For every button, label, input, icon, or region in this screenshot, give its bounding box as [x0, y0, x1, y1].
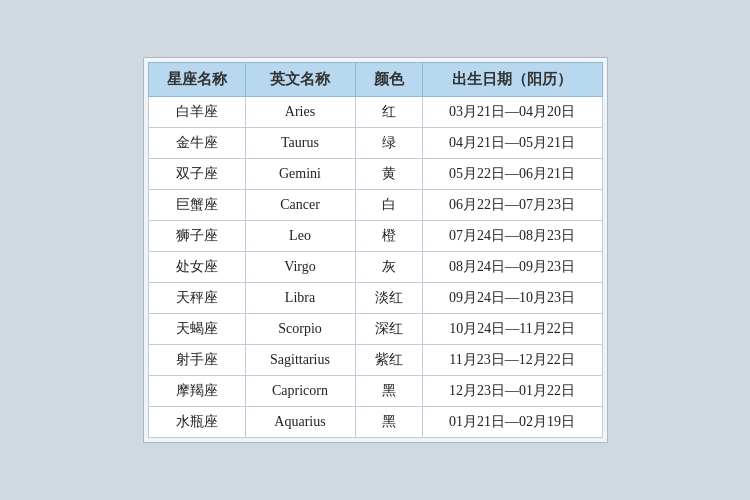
cell-zh-name: 摩羯座	[148, 376, 245, 407]
table-row: 天蝎座Scorpio深红10月24日—11月22日	[148, 314, 602, 345]
cell-date-range: 07月24日—08月23日	[422, 221, 602, 252]
cell-date-range: 01月21日—02月19日	[422, 407, 602, 438]
cell-date-range: 11月23日—12月22日	[422, 345, 602, 376]
cell-color: 灰	[355, 252, 422, 283]
table-row: 金牛座Taurus绿04月21日—05月21日	[148, 128, 602, 159]
table-row: 巨蟹座Cancer白06月22日—07月23日	[148, 190, 602, 221]
cell-color: 白	[355, 190, 422, 221]
header-color: 颜色	[355, 63, 422, 97]
cell-color: 黑	[355, 376, 422, 407]
table-row: 处女座Virgo灰08月24日—09月23日	[148, 252, 602, 283]
cell-zh-name: 狮子座	[148, 221, 245, 252]
cell-color: 深红	[355, 314, 422, 345]
table-row: 射手座Sagittarius紫红11月23日—12月22日	[148, 345, 602, 376]
cell-color: 黑	[355, 407, 422, 438]
cell-color: 绿	[355, 128, 422, 159]
cell-date-range: 04月21日—05月21日	[422, 128, 602, 159]
cell-en-name: Libra	[245, 283, 355, 314]
table-row: 水瓶座Aquarius黑01月21日—02月19日	[148, 407, 602, 438]
cell-color: 红	[355, 97, 422, 128]
cell-color: 橙	[355, 221, 422, 252]
cell-en-name: Scorpio	[245, 314, 355, 345]
cell-en-name: Leo	[245, 221, 355, 252]
header-zh-name: 星座名称	[148, 63, 245, 97]
cell-en-name: Taurus	[245, 128, 355, 159]
cell-zh-name: 射手座	[148, 345, 245, 376]
table-row: 双子座Gemini黄05月22日—06月21日	[148, 159, 602, 190]
cell-zh-name: 巨蟹座	[148, 190, 245, 221]
cell-zh-name: 金牛座	[148, 128, 245, 159]
header-date-range: 出生日期（阳历）	[422, 63, 602, 97]
cell-en-name: Capricorn	[245, 376, 355, 407]
cell-date-range: 06月22日—07月23日	[422, 190, 602, 221]
zodiac-table-container: 星座名称 英文名称 颜色 出生日期（阳历） 白羊座Aries红03月21日—04…	[143, 57, 608, 443]
cell-color: 紫红	[355, 345, 422, 376]
cell-color: 淡红	[355, 283, 422, 314]
table-row: 白羊座Aries红03月21日—04月20日	[148, 97, 602, 128]
table-row: 天秤座Libra淡红09月24日—10月23日	[148, 283, 602, 314]
cell-date-range: 03月21日—04月20日	[422, 97, 602, 128]
cell-zh-name: 处女座	[148, 252, 245, 283]
cell-en-name: Sagittarius	[245, 345, 355, 376]
cell-en-name: Aquarius	[245, 407, 355, 438]
cell-date-range: 05月22日—06月21日	[422, 159, 602, 190]
table-header-row: 星座名称 英文名称 颜色 出生日期（阳历）	[148, 63, 602, 97]
table-row: 狮子座Leo橙07月24日—08月23日	[148, 221, 602, 252]
cell-zh-name: 白羊座	[148, 97, 245, 128]
cell-date-range: 12月23日—01月22日	[422, 376, 602, 407]
cell-zh-name: 水瓶座	[148, 407, 245, 438]
cell-en-name: Gemini	[245, 159, 355, 190]
table-row: 摩羯座Capricorn黑12月23日—01月22日	[148, 376, 602, 407]
cell-en-name: Aries	[245, 97, 355, 128]
cell-color: 黄	[355, 159, 422, 190]
header-en-name: 英文名称	[245, 63, 355, 97]
cell-zh-name: 双子座	[148, 159, 245, 190]
cell-date-range: 08月24日—09月23日	[422, 252, 602, 283]
cell-en-name: Virgo	[245, 252, 355, 283]
zodiac-table: 星座名称 英文名称 颜色 出生日期（阳历） 白羊座Aries红03月21日—04…	[148, 62, 603, 438]
cell-en-name: Cancer	[245, 190, 355, 221]
cell-zh-name: 天蝎座	[148, 314, 245, 345]
cell-date-range: 10月24日—11月22日	[422, 314, 602, 345]
cell-date-range: 09月24日—10月23日	[422, 283, 602, 314]
cell-zh-name: 天秤座	[148, 283, 245, 314]
